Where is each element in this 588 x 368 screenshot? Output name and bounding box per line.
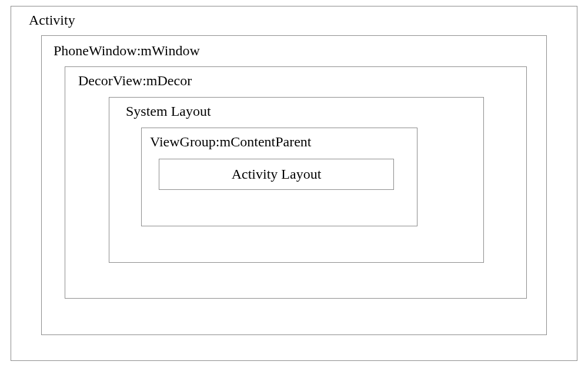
activity-label: Activity — [29, 12, 75, 28]
activitylayout-box: Activity Layout — [159, 159, 394, 190]
decorview-label: DecorView:mDecor — [78, 73, 192, 88]
systemlayout-label: System Layout — [126, 103, 211, 119]
viewgroup-label: ViewGroup:mContentParent — [150, 134, 312, 149]
activitylayout-label: Activity Layout — [232, 166, 322, 182]
phonewindow-label: PhoneWindow:mWindow — [54, 43, 200, 58]
